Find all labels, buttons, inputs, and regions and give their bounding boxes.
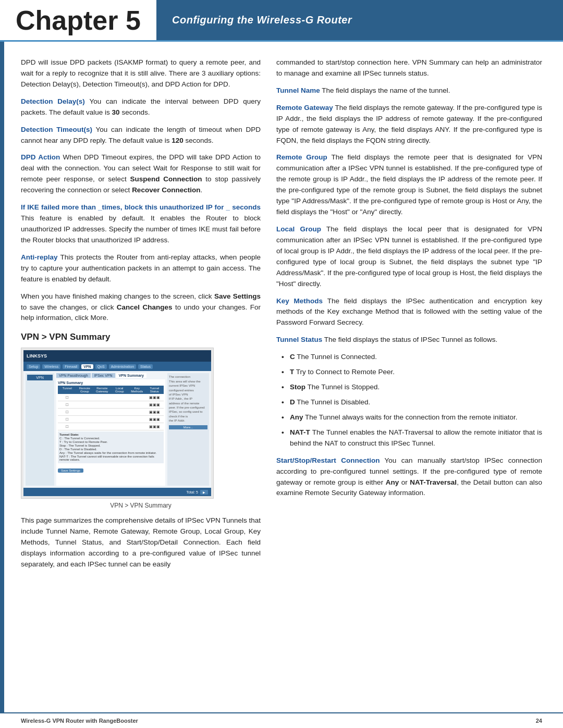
key-methods-paragraph: Key Methods The field displays the IPSec… bbox=[276, 296, 542, 329]
remote-gateway-term: Remote Gateway bbox=[276, 104, 333, 112]
dpd-action-paragraph: DPD Action When DPD Timeout expires, the… bbox=[21, 152, 261, 196]
vpn-tab-summary: VPN Summary bbox=[116, 373, 146, 378]
vpn-mock-tabs: VPN Passthrough IPSec VPN VPN Summary bbox=[56, 373, 165, 378]
vpn-row4-c5: ▣▣▣ bbox=[146, 417, 163, 422]
footer-product: Wireless-G VPN Router with RangeBooster bbox=[21, 718, 138, 724]
vpn-right-btn: More... bbox=[169, 425, 207, 429]
ike-term: If IKE failed more than _times, block th… bbox=[21, 203, 261, 211]
tunnel-status-paragraph: Tunnel Status The field displays the sta… bbox=[276, 335, 542, 346]
vpn-row3-c5: ▣▣▣ bbox=[146, 410, 163, 414]
vpn-status-natt: NAT-T : The Tunnel cannot still traversa… bbox=[59, 455, 162, 461]
save-settings-term: Save Settings bbox=[214, 292, 261, 300]
vpn-mock-footer-text: Total: 5 bbox=[186, 490, 198, 494]
vpn-summary-image: LINKSYS Setup Wireless Firewall VPN QoS … bbox=[21, 348, 214, 499]
left-accent-bar bbox=[0, 42, 4, 728]
vpn-mock-right-panel: The connectionThis area will show thecur… bbox=[167, 373, 209, 486]
recover-term: Recover Connection bbox=[132, 186, 200, 194]
vpn-image-caption: VPN > VPN Summary bbox=[21, 502, 261, 509]
remote-group-paragraph: Remote Group The field displays the remo… bbox=[276, 152, 542, 218]
list-item-c: C The Tunnel is Connected. bbox=[282, 352, 542, 363]
list-item-any: Any The Tunnel always waits for the conn… bbox=[282, 412, 542, 423]
chapter-subtitle: Configuring the Wireless-G Router bbox=[172, 14, 352, 26]
bullet-term-stop: Stop bbox=[290, 383, 305, 391]
vpn-save-settings-btn[interactable]: Save Settings bbox=[58, 468, 83, 473]
bullet-term-natt: NAT-T bbox=[290, 428, 310, 436]
vpn-col-tunnel: Tunnel bbox=[59, 387, 76, 393]
chapter-title: Chapter 5 bbox=[16, 7, 141, 34]
detection-timeout-value: 120 bbox=[172, 137, 183, 144]
detection-delay-paragraph: Detection Delay(s) You can indicate the … bbox=[21, 96, 261, 118]
vpn-mock-header: LINKSYS bbox=[23, 350, 211, 362]
start-stop-paragraph: Start/Stop/Restart Connection You can ma… bbox=[276, 455, 542, 499]
left-column: DPD will issue DPD packets (ISAKMP forma… bbox=[21, 57, 261, 707]
vpn-row1-c5: ▣▣▣ bbox=[146, 396, 163, 400]
vpn-row1-check: □ bbox=[59, 395, 76, 400]
vpn-tab-passthrough: VPN Passthrough bbox=[56, 373, 91, 378]
vpn-status-any: Any : The Tunnel always waits for the co… bbox=[59, 451, 162, 454]
vpn-right-text: The connectionThis area will show thecur… bbox=[169, 375, 207, 423]
page-footer: Wireless-G VPN Router with RangeBooster … bbox=[0, 712, 563, 728]
vpn-table-row: □▣▣▣ bbox=[58, 416, 164, 423]
page-body: DPD will issue DPD packets (ISAKMP forma… bbox=[0, 42, 563, 728]
vpn-col-remote-gw: Remote Gateway bbox=[94, 387, 111, 393]
vpn-section-heading: VPN > VPN Summary bbox=[21, 332, 261, 342]
vpn-nav-wireless: Wireless bbox=[42, 364, 60, 369]
vpn-col-local-group: Local Group bbox=[112, 387, 128, 393]
detection-timeout-paragraph: Detection Timeout(s) You can indicate th… bbox=[21, 125, 261, 146]
vpn-table-row: □▣▣▣ bbox=[58, 423, 164, 430]
vpn-status-c: C : The Tunnel is Connected. bbox=[59, 437, 162, 440]
vpn-nav-qos: QoS bbox=[95, 364, 107, 369]
vpn-mock-footer: Total: 5 ▶ bbox=[23, 488, 211, 496]
bullet-term-d: D bbox=[290, 398, 295, 406]
intro-paragraph: DPD will issue DPD packets (ISAKMP forma… bbox=[21, 57, 261, 90]
detection-delay-value: 30 bbox=[112, 108, 120, 116]
nat-bold: NAT-Traversal bbox=[410, 478, 457, 486]
save-settings-paragraph: When you have finished making changes to… bbox=[21, 291, 261, 324]
vpn-save-btn-area: Save Settings bbox=[58, 465, 164, 473]
anti-replay-term: Anti-replay bbox=[21, 253, 58, 261]
vpn-row4-check: □ bbox=[59, 417, 76, 422]
vpn-nav-admin: Administration bbox=[109, 364, 136, 369]
list-item-stop: Stop The Tunnel is Stopped. bbox=[282, 382, 542, 393]
vpn-mock-sidebar: VPN bbox=[26, 373, 54, 486]
vpn-nav-vpn: VPN bbox=[81, 364, 93, 369]
tunnel-name-paragraph: Tunnel Name The field displays the name … bbox=[276, 85, 542, 96]
remote-gateway-paragraph: Remote Gateway The field displays the re… bbox=[276, 103, 542, 146]
vpn-status-d: D : The Tunnel is Disabled. bbox=[59, 448, 162, 451]
list-item-d: D The Tunnel is Disabled. bbox=[282, 397, 542, 408]
vpn-tab-ipsec: IPSec VPN bbox=[92, 373, 115, 378]
footer-page-number: 24 bbox=[536, 718, 542, 724]
vpn-col-key: Key Methods bbox=[129, 387, 145, 393]
vpn-table-header: Tunnel Remote Group Remote Gateway Local… bbox=[58, 386, 164, 394]
vpn-row5-c5: ▣▣▣ bbox=[146, 425, 163, 429]
vpn-table-row: □▣▣▣ bbox=[58, 394, 164, 401]
vpn-status-title: Tunnel State: bbox=[59, 433, 162, 436]
vpn-col-status: Tunnel Status bbox=[146, 387, 163, 393]
suspend-term: Suspend Connection bbox=[130, 175, 202, 183]
tunnel-name-term: Tunnel Name bbox=[276, 87, 320, 94]
key-methods-term: Key Methods bbox=[276, 297, 323, 305]
detection-delay-term: Detection Delay(s) bbox=[21, 97, 85, 105]
right-intro-paragraph: commanded to start/stop connection here.… bbox=[276, 57, 542, 79]
vpn-mock-brand: LINKSYS bbox=[27, 353, 47, 359]
list-item-t: T Try to Connect to Remote Peer. bbox=[282, 367, 542, 378]
cancel-changes-term: Cancel Changes bbox=[117, 303, 173, 311]
vpn-row3-check: □ bbox=[59, 410, 76, 414]
any-bold: Any bbox=[386, 478, 399, 486]
vpn-sidebar-label: VPN bbox=[27, 375, 53, 380]
bullet-term-c: C bbox=[290, 353, 295, 361]
vpn-mock-nav: Setup Wireless Firewall VPN QoS Administ… bbox=[23, 362, 211, 371]
tunnel-status-list: C The Tunnel is Connected. T Try to Conn… bbox=[276, 352, 542, 449]
anti-replay-paragraph: Anti-replay This protects the Router fro… bbox=[21, 252, 261, 285]
remote-group-term: Remote Group bbox=[276, 153, 327, 161]
vpn-status-stop: Stop : The Tunnel is Stopped. bbox=[59, 444, 162, 447]
list-item-natt: NAT-T The Tunnel enables the NAT-Travers… bbox=[282, 427, 542, 449]
vpn-nav-setup: Setup bbox=[27, 364, 40, 369]
vpn-mock-body: VPN VPN Passthrough IPSec VPN VPN Summar… bbox=[23, 371, 211, 488]
vpn-status-t: T : Try to Connect to Remote Peer. bbox=[59, 440, 162, 443]
local-group-paragraph: Local Group The field displays the local… bbox=[276, 224, 542, 290]
vpn-table-row: □▣▣▣ bbox=[58, 409, 164, 416]
right-column: commanded to start/stop connection here.… bbox=[276, 57, 542, 707]
vpn-table-title: VPN Summary bbox=[58, 381, 164, 385]
detection-timeout-term: Detection Timeout(s) bbox=[21, 126, 92, 133]
